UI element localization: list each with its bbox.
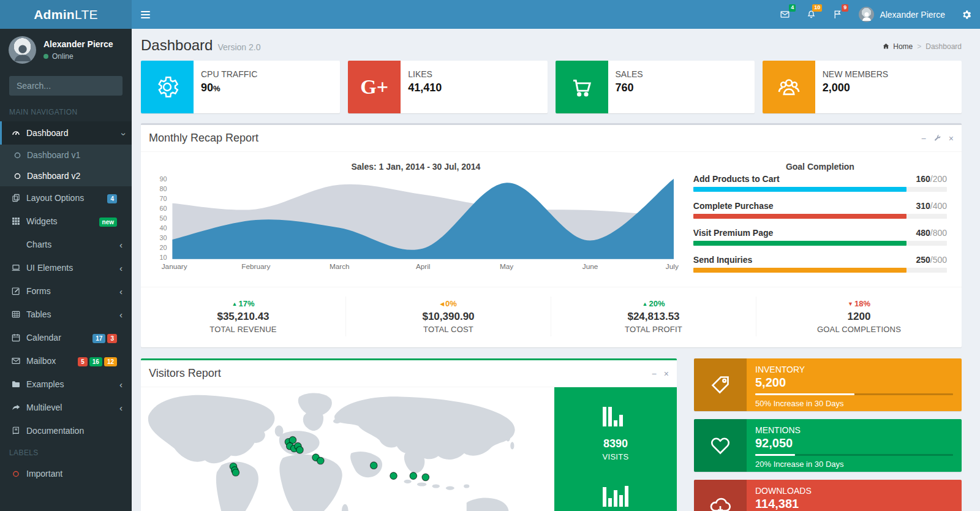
- tasks-badge: 9: [842, 4, 848, 12]
- info-box-label: SALES: [616, 69, 643, 79]
- brand-bold: Admin: [34, 7, 75, 22]
- sidebar-item-label: Widgets: [26, 216, 92, 226]
- search-input[interactable]: [9, 76, 123, 96]
- info-box-label: LIKES: [408, 69, 442, 79]
- summary-box-label: MENTIONS: [755, 425, 953, 435]
- circle-o-icon: [11, 470, 21, 478]
- sidebar-item-label: Charts: [26, 240, 108, 249]
- notifications-menu[interactable]: 10: [798, 0, 824, 29]
- x-tick-label: March: [330, 262, 350, 271]
- x-tick-label: July: [666, 262, 679, 271]
- sidebar-item-multilevel[interactable]: Multilevel ‹: [0, 396, 132, 419]
- dashboard-icon: [11, 128, 21, 138]
- bottom-row: Visitors Report − ×: [141, 358, 962, 511]
- map-marker[interactable]: [296, 447, 304, 454]
- continent-asia: [334, 396, 515, 460]
- close-button[interactable]: ×: [664, 369, 669, 378]
- sidebar-item-dashboard-v1[interactable]: Dashboard v1: [0, 145, 132, 165]
- progress-bar: [693, 241, 947, 246]
- sidebar-item-calendar[interactable]: Calendar 173: [0, 326, 132, 349]
- tasks-menu[interactable]: 9: [824, 0, 851, 29]
- sidebar-item-mailbox[interactable]: Mailbox 51612: [0, 349, 132, 373]
- sidebar-item-examples[interactable]: Examples ‹: [0, 373, 132, 396]
- monthly-recap-box: Monthly Recap Report − × Sales: 1 Jan, 2…: [141, 123, 962, 347]
- brand-light: LTE: [75, 7, 98, 22]
- gears-icon: [961, 9, 972, 20]
- collapse-button[interactable]: −: [921, 134, 926, 143]
- sidebar-item-dashboard-v2[interactable]: Dashboard v2: [0, 165, 132, 186]
- cloud-download-icon: [694, 480, 747, 511]
- book-icon: [11, 426, 21, 436]
- sidebar-item-dashboard[interactable]: Dashboard ‹: [0, 121, 132, 145]
- sidebar-toggle-button[interactable]: [132, 0, 159, 29]
- sidebar-label-important[interactable]: Important: [0, 462, 132, 485]
- x-tick-label: May: [500, 262, 513, 271]
- circle-o-icon: [13, 151, 21, 159]
- sidebar-item-forms[interactable]: Forms ‹: [0, 279, 132, 303]
- brand-logo[interactable]: AdminLTE: [0, 0, 132, 29]
- caret-icon: ▲: [643, 301, 648, 307]
- caret-icon: ▼: [848, 301, 853, 307]
- users-icon: [763, 61, 815, 113]
- goal-number: 480/800: [916, 228, 947, 238]
- info-box-value: 760: [616, 81, 643, 94]
- map-marker[interactable]: [410, 472, 417, 480]
- goal-label: Send Inquiries: [693, 255, 752, 265]
- recap-box-footer: ▲17% $35,210.43 TOTAL REVENUE ◀0% $10,39…: [141, 287, 962, 347]
- control-sidebar-toggle[interactable]: [953, 0, 980, 29]
- badge: 4: [107, 194, 117, 203]
- progress-fill: [693, 214, 907, 219]
- user-menu[interactable]: Alexander Pierce: [851, 0, 953, 29]
- user-menu-name: Alexander Pierce: [880, 10, 945, 20]
- sidebar-item-tables[interactable]: Tables ‹: [0, 303, 132, 326]
- sidebar-item-ui-elements[interactable]: UI Elements ‹: [0, 256, 132, 279]
- wrench-icon: [933, 134, 941, 142]
- avatar: [859, 7, 874, 22]
- stat-value: $24,813.53: [551, 311, 756, 323]
- x-tick-label: June: [582, 262, 598, 271]
- summary-box-downloads: DOWNLOADS 114,381: [694, 480, 962, 511]
- visitors-report-box: Visitors Report − ×: [141, 358, 677, 511]
- breadcrumb-home-link[interactable]: Home: [882, 42, 913, 51]
- sidebar-user-status[interactable]: Online: [43, 52, 113, 61]
- heart-icon: [694, 419, 747, 472]
- gear-icon: [141, 61, 194, 113]
- page-subtitle: Version 2.0: [217, 42, 260, 52]
- sidebar-item-documentation[interactable]: Documentation: [0, 419, 132, 442]
- map-marker[interactable]: [370, 462, 377, 469]
- stat-value: $35,210.43: [141, 311, 345, 323]
- files-icon: [11, 193, 21, 203]
- sidebar-item-layout-options[interactable]: Layout Options 4: [0, 186, 132, 210]
- map-marker[interactable]: [422, 474, 429, 481]
- cart-icon: [556, 61, 608, 113]
- info-box-likes: G+ LIKES 41,410: [348, 61, 547, 113]
- summary-box-inventory: INVENTORY 5,200 50% Increase in 30 Days: [694, 358, 962, 411]
- info-box-sales: SALES 760: [556, 61, 755, 113]
- visitors-box-tools: − ×: [652, 369, 669, 378]
- sidebar-search: [9, 76, 123, 96]
- y-tick-label: 80: [160, 185, 167, 192]
- map-marker[interactable]: [390, 472, 398, 480]
- visitors-stat: 8390 VISITS: [601, 406, 630, 461]
- collapse-button[interactable]: −: [652, 369, 657, 378]
- badge: 5: [78, 357, 88, 366]
- map-marker[interactable]: [317, 457, 325, 464]
- sales-area-chart: 908070605040302010JanuaryFebruaryMarchAp…: [151, 174, 681, 278]
- top-header: AdminLTE 4 10 9 Alexander Pierce: [0, 0, 980, 29]
- sidebar-item-charts[interactable]: Charts ‹: [0, 233, 132, 256]
- map-marker[interactable]: [232, 469, 239, 476]
- sidebar-item-widgets[interactable]: Widgets new: [0, 210, 132, 233]
- y-tick-label: 50: [160, 214, 167, 222]
- close-button[interactable]: ×: [949, 134, 954, 143]
- summary-box-description: 20% Increase in 30 Days: [755, 460, 953, 469]
- envelope-icon: [11, 356, 21, 366]
- sidebar-nav-header: MAIN NAVIGATION: [0, 102, 132, 121]
- messages-menu[interactable]: 4: [772, 0, 798, 29]
- y-tick-label: 60: [160, 205, 167, 212]
- y-tick-label: 20: [160, 244, 167, 251]
- settings-button[interactable]: [933, 134, 941, 142]
- progress-fill: [755, 454, 795, 456]
- sidebar-item-label: Calendar: [26, 333, 85, 343]
- visitors-box-header: Visitors Report − ×: [141, 360, 677, 387]
- main-sidebar: Alexander Pierce Online MAIN NAVIGATION …: [0, 29, 132, 511]
